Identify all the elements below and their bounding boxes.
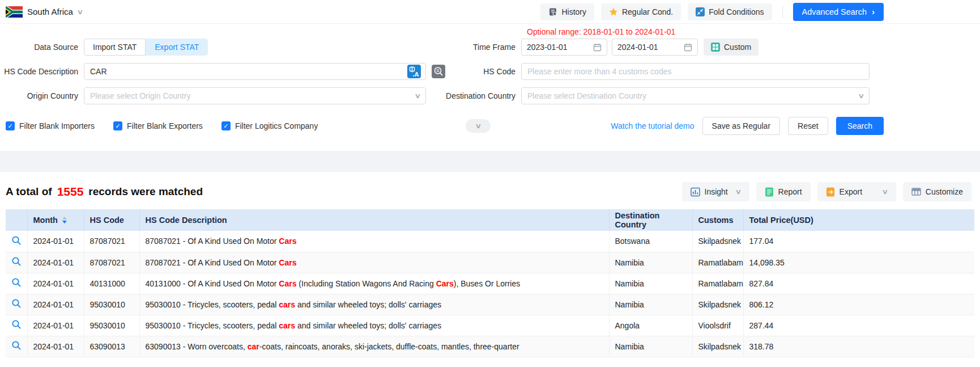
search-button[interactable]: Search: [836, 117, 884, 135]
custom-range-button[interactable]: Custom: [704, 39, 759, 56]
insight-label: Insight: [705, 187, 728, 196]
start-date-input[interactable]: 2023-01-01: [521, 39, 607, 56]
cell-customs: Skilpadsnek: [692, 336, 743, 357]
header-hs-code: HS Code: [84, 209, 139, 231]
save-as-regular-button[interactable]: Save as Regular: [702, 117, 781, 135]
header-month[interactable]: Month: [27, 209, 84, 231]
history-icon: [548, 7, 557, 16]
fold-icon: [696, 7, 705, 16]
advanced-search-label: Advanced Search: [802, 7, 867, 16]
history-label: History: [561, 7, 586, 16]
import-stat-option[interactable]: Import STAT: [84, 39, 146, 56]
export-label: Export: [840, 187, 862, 196]
table-row: 2024-01-01 87087021 87087021 - Of A Kind…: [6, 231, 974, 252]
header-customs: Customs: [692, 209, 743, 231]
origin-country-select[interactable]: Please select Origin Country: [84, 87, 426, 104]
header-row-icon-col: [6, 209, 27, 231]
row-magnifier-icon[interactable]: [11, 238, 22, 247]
tutorial-demo-link[interactable]: Watch the tutorial demo: [611, 121, 694, 130]
cell-destination-country: Namibia: [609, 252, 692, 273]
cell-total-price: 806.12: [743, 294, 974, 315]
cell-month: 2024-01-01: [27, 315, 84, 336]
origin-country-placeholder: Please select Origin Country: [90, 91, 190, 100]
customize-button[interactable]: Customize: [903, 182, 972, 201]
summary-prefix: A total of: [6, 185, 52, 198]
fold-conditions-button[interactable]: Fold Conditions: [688, 3, 772, 20]
customize-icon: [911, 187, 921, 196]
cell-month: 2024-01-01: [27, 273, 84, 294]
cell-customs: Ramatlabam: [692, 252, 743, 273]
cell-total-price: 827.84: [743, 273, 974, 294]
collapse-conditions-button[interactable]: ∨: [466, 119, 491, 133]
hs-code-description-input[interactable]: [84, 63, 426, 80]
customize-label: Customize: [926, 187, 963, 196]
insight-button[interactable]: Insight ∨: [682, 182, 749, 201]
export-button[interactable]: Export ∨: [817, 182, 896, 201]
cell-hs-code-description: 63090013 - Worn overcoats, car-coats, ra…: [139, 336, 609, 357]
table-row: 2024-01-01 87087021 87087021 - Of A Kind…: [6, 252, 974, 273]
country-selector[interactable]: South Africa ∨: [6, 6, 83, 18]
export-stat-option[interactable]: Export STAT: [146, 39, 208, 56]
cell-month: 2024-01-01: [27, 336, 84, 357]
filter-logitics-company[interactable]: ✓ Filter Logitics Company: [221, 121, 318, 130]
chevron-down-icon: ∨: [475, 122, 482, 130]
header-destination-country: Destination Country: [609, 209, 692, 231]
end-date-input[interactable]: 2024-01-01: [612, 39, 698, 56]
cell-hs-code: 40131000: [84, 273, 139, 294]
start-date-value: 2023-01-01: [527, 43, 568, 52]
cell-total-price: 318.78: [743, 336, 974, 357]
filter-blank-exporters[interactable]: ✓ Filter Blank Exporters: [113, 121, 203, 130]
cell-hs-code: 87087021: [84, 231, 139, 252]
checkbox-checked-icon[interactable]: ✓: [221, 121, 231, 130]
table-body: 2024-01-01 87087021 87087021 - Of A Kind…: [6, 231, 974, 357]
regular-cond-button[interactable]: Regular Cond.: [601, 3, 681, 20]
row-magnifier-icon[interactable]: [11, 301, 22, 310]
end-date-value: 2024-01-01: [617, 43, 658, 52]
destination-country-select[interactable]: Please select Destination Country: [521, 87, 870, 104]
translate-icon[interactable]: A: [407, 65, 421, 78]
reset-button[interactable]: Reset: [788, 117, 828, 135]
section-separator: [0, 151, 980, 172]
row-magnifier-icon[interactable]: [11, 322, 22, 331]
report-button[interactable]: Report: [756, 182, 811, 201]
header-total-price: Total Price(USD): [743, 209, 974, 231]
chevron-down-icon[interactable]: ∨: [881, 188, 888, 196]
row-magnifier-icon[interactable]: [11, 259, 22, 268]
records-count: 1555: [57, 185, 84, 199]
results-section: A total of 1555 records were matched Ins…: [0, 172, 980, 357]
cell-destination-country: Namibia: [609, 294, 692, 315]
filter-blank-importers[interactable]: ✓ Filter Blank Importers: [6, 121, 95, 130]
checkbox-checked-icon[interactable]: ✓: [113, 121, 122, 130]
advanced-search-button[interactable]: Advanced Search ›: [793, 3, 884, 21]
cell-hs-code-description: 95030010 - Tricycles, scooters, pedal ca…: [139, 315, 609, 336]
cell-destination-country: Namibia: [609, 336, 692, 357]
sort-icon[interactable]: [62, 217, 67, 223]
header-hs-code-description: HS Code Description: [139, 209, 609, 231]
hs-code-description-label: HS Code Description: [0, 67, 78, 76]
row-magnifier-icon[interactable]: [11, 280, 22, 289]
cell-hs-code: 63090013: [84, 336, 139, 357]
filter-label: Filter Blank Exporters: [127, 121, 203, 130]
fold-conditions-label: Fold Conditions: [709, 7, 764, 16]
results-table: Month HS Code HS Code Description Destin…: [6, 209, 974, 357]
report-icon: [765, 187, 774, 197]
cell-customs: Ramatlabam: [692, 273, 743, 294]
export-icon: [826, 187, 835, 197]
row-magnifier-icon[interactable]: [11, 343, 22, 352]
cell-total-price: 14,098.35: [743, 252, 974, 273]
table-row: 2024-01-01 63090013 63090013 - Worn over…: [6, 336, 974, 357]
hs-code-input[interactable]: [521, 63, 870, 80]
cell-month: 2024-01-01: [27, 252, 84, 273]
regular-cond-label: Regular Cond.: [622, 7, 673, 16]
summary-suffix: records were matched: [88, 185, 203, 198]
history-button[interactable]: History: [540, 3, 594, 20]
south-africa-flag-icon: [6, 6, 23, 18]
table-row: 2024-01-01 95030010 95030010 - Tricycles…: [6, 294, 974, 315]
optional-range-hint: Optional range: 2018-01-01 to 2024-01-01: [527, 27, 675, 36]
chevron-down-icon: ∨: [414, 92, 421, 100]
chevron-down-icon: ∨: [735, 188, 742, 196]
checkbox-checked-icon[interactable]: ✓: [6, 121, 15, 130]
table-row: 2024-01-01 95030010 95030010 - Tricycles…: [6, 315, 974, 336]
exact-match-icon[interactable]: [432, 65, 445, 78]
cell-hs-code: 95030010: [84, 294, 139, 315]
